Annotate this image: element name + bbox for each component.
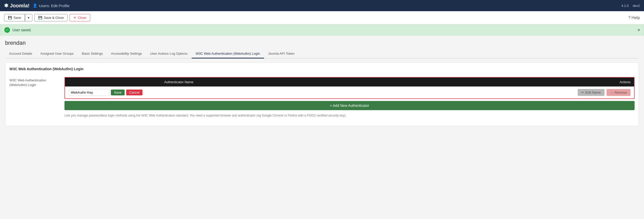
joomla-logo-icon: ✱ [4, 3, 8, 9]
authenticator-description: Lets you manage passwordless login metho… [64, 113, 635, 118]
authenticator-table-wrapper: Authenticator Name Actions Save [64, 77, 635, 99]
table-header: Authenticator Name Actions [65, 78, 634, 86]
brand-label: Joomla! [10, 3, 30, 9]
table-body: Save Cancel ✏ Edit Name [65, 86, 634, 98]
webauthn-card: W3C Web Authentication (WebAuthn) Login … [5, 63, 639, 126]
save-button-group: 💾 Save ▾ [4, 14, 32, 21]
main-content: brendan Account Details Assigned User Gr… [0, 36, 644, 130]
page-user-icon: 👤 [33, 3, 37, 8]
page-title: brendan [5, 40, 639, 46]
close-button[interactable]: ✕ Close [70, 14, 90, 21]
form-label-webauthn: W3C Web Authentication (WebAuthn) Login [9, 77, 60, 87]
toolbar-left: 💾 Save ▾ 💾 Save & Close ✕ Close [4, 14, 90, 21]
card-title: W3C Web Authentication (WebAuthn) Login [9, 67, 635, 73]
navbar-left: ✱ Joomla! 👤 Users: Edit Profile [4, 3, 70, 9]
save-dropdown-button[interactable]: ▾ [25, 14, 32, 21]
toolbar-right: ? Help [628, 16, 640, 20]
save-icon: 💾 [8, 16, 12, 20]
save-button[interactable]: 💾 Save [4, 14, 25, 21]
tab-accessibility-settings[interactable]: Accessibility Settings [107, 49, 146, 59]
action-buttons: ✏ Edit Name → Remove [296, 89, 630, 96]
success-alert: ✓ User saved. × [0, 24, 644, 36]
navbar-right: 4.1.0 dev2 [621, 4, 640, 8]
authenticator-table: Authenticator Name Actions Save [65, 78, 634, 98]
add-authenticator-button[interactable]: + Add New Authenticator [64, 101, 635, 110]
tab-assigned-user-groups[interactable]: Assigned User Groups [36, 49, 78, 59]
navbar-page-title: 👤 Users: Edit Profile [33, 3, 70, 8]
tab-basic-settings[interactable]: Basic Settings [78, 49, 107, 59]
edit-icon: ✏ [581, 91, 584, 94]
save-close-icon: 💾 [38, 16, 42, 20]
alert-check-icon: ✓ [4, 27, 10, 33]
tab-account-details[interactable]: Account Details [5, 49, 36, 59]
table-row: Save Cancel ✏ Edit Name [65, 86, 634, 98]
tab-webauthn-login[interactable]: W3C Web Authentication (WebAuthn) Login [192, 49, 264, 59]
inline-save-button[interactable]: Save [111, 90, 125, 95]
user-label: dev2 [633, 4, 640, 8]
toolbar: 💾 Save ▾ 💾 Save & Close ✕ Close ? Help [0, 11, 644, 24]
tab-user-actions-log-options[interactable]: User Actions Log Options [146, 49, 192, 59]
navbar-brand: ✱ Joomla! [4, 3, 30, 9]
chevron-down-icon: ▾ [28, 16, 30, 20]
help-button[interactable]: ? Help [628, 16, 640, 20]
remove-button[interactable]: → Remove [607, 89, 630, 96]
version-label: 4.1.0 [621, 4, 629, 8]
col-header-name: Authenticator Name [65, 78, 293, 86]
edit-name-button[interactable]: ✏ Edit Name [578, 89, 604, 96]
form-row-webauthn: W3C Web Authentication (WebAuthn) Login … [9, 77, 635, 118]
authenticator-name-input[interactable] [69, 89, 109, 96]
tab-joomla-api-token[interactable]: Joomla API Token [264, 49, 299, 59]
navbar: ✱ Joomla! 👤 Users: Edit Profile 4.1.0 de… [0, 0, 644, 11]
authenticator-name-cell: Save Cancel [65, 86, 293, 98]
inline-cancel-button[interactable]: Cancel [126, 90, 142, 95]
col-header-actions: Actions [293, 78, 634, 86]
tabs: Account Details Assigned User Groups Bas… [5, 49, 639, 59]
alert-message: User saved. [12, 28, 32, 32]
alert-close-button[interactable]: × [637, 27, 640, 33]
authenticator-section: Authenticator Name Actions Save [64, 77, 635, 118]
authenticator-actions-cell: ✏ Edit Name → Remove [293, 86, 634, 98]
inline-edit-form: Save Cancel [69, 89, 289, 96]
save-close-button[interactable]: 💾 Save & Close [34, 14, 68, 21]
help-icon: ? [628, 16, 630, 20]
close-icon: ✕ [73, 16, 76, 20]
remove-icon: → [610, 91, 613, 94]
